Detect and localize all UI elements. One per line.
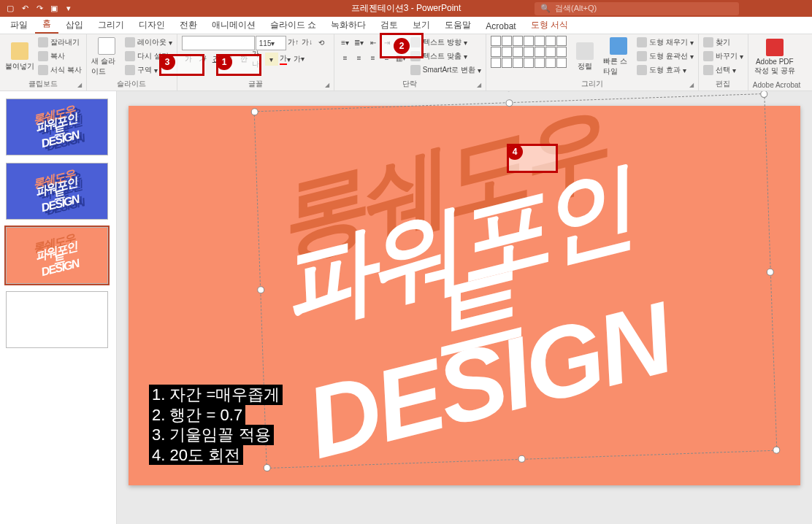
- resize-handle-bl[interactable]: [264, 464, 271, 471]
- format-painter-button[interactable]: 서식 복사: [38, 63, 82, 77]
- increase-font-icon[interactable]: 가↑: [287, 36, 300, 49]
- callout-1: 1: [216, 54, 261, 76]
- copy-button[interactable]: 복사: [38, 50, 82, 63]
- font-group-label: 글꼴: [182, 79, 329, 90]
- numbering-button[interactable]: ≣▾: [353, 36, 366, 49]
- callout-4: 4: [507, 144, 558, 173]
- search-box[interactable]: 🔍 검색(Alt+Q): [535, 2, 739, 15]
- redo-icon[interactable]: ↷: [34, 3, 45, 15]
- undo-icon[interactable]: ↶: [19, 3, 31, 15]
- replace-button[interactable]: 바꾸기▾: [703, 50, 743, 63]
- font-size-select[interactable]: 115▾: [256, 36, 286, 50]
- resize-handle-mr[interactable]: [767, 269, 774, 276]
- tab-view[interactable]: 보기: [405, 16, 437, 34]
- slide-thumb-1[interactable]: 롱쉐도우파워포인트DESIGN: [6, 99, 108, 155]
- drawing-launcher-icon[interactable]: ◢: [689, 82, 697, 89]
- decrease-indent-button[interactable]: ⇤: [367, 36, 380, 49]
- resize-handle-ml[interactable]: [257, 286, 264, 293]
- font-color-button[interactable]: 가▾: [279, 53, 292, 66]
- quick-styles-button[interactable]: 빠른 스타일: [603, 36, 634, 78]
- copy-icon: [38, 51, 48, 61]
- tab-review[interactable]: 검토: [373, 16, 405, 34]
- outline-icon: [637, 51, 647, 61]
- highlight-button[interactable]: ▾: [265, 53, 278, 66]
- slide-thumb-2[interactable]: 롱쉐도우파워포인트DESIGN: [6, 163, 108, 220]
- search-icon: 🔍: [540, 4, 551, 13]
- find-button[interactable]: 찾기: [703, 36, 743, 49]
- tab-design[interactable]: 디자인: [131, 16, 172, 34]
- cut-icon: [38, 37, 48, 47]
- shapes-gallery[interactable]: [491, 36, 567, 68]
- acrobat-group-label: Adobe Acrobat: [753, 81, 801, 90]
- clear-format-icon[interactable]: ⟲: [315, 36, 328, 49]
- slide-thumb-4[interactable]: [6, 291, 108, 348]
- qat-dropdown-icon[interactable]: ▾: [63, 3, 74, 15]
- smartart-icon: [410, 65, 421, 75]
- paste-button[interactable]: 붙여넣기: [4, 36, 35, 78]
- save-icon[interactable]: ▢: [4, 3, 16, 15]
- shape-effects-button[interactable]: 도형 효과▾: [637, 63, 694, 77]
- layout-button[interactable]: 레이아웃▾: [125, 36, 172, 49]
- ribbon-tabs: 파일 홈 삽입 그리기 디자인 전환 애니메이션 슬라이드 쇼 녹화하다 검토 …: [0, 17, 812, 34]
- find-icon: [703, 37, 713, 47]
- paragraph-group-label: 단락: [339, 79, 481, 90]
- align-center-button[interactable]: ≡: [353, 51, 366, 64]
- tab-transitions[interactable]: 전환: [172, 16, 204, 34]
- paste-icon: [11, 42, 28, 60]
- align-left-button[interactable]: ≡: [339, 51, 352, 64]
- decrease-font-icon[interactable]: 가↓: [301, 36, 314, 49]
- tab-file[interactable]: 파일: [3, 16, 35, 34]
- shape-fill-button[interactable]: 도형 채우기▾: [637, 36, 694, 49]
- resize-handle-tm[interactable]: [505, 99, 513, 107]
- quick-access-toolbar: ▢ ↶ ↷ ▣ ▾: [0, 3, 79, 15]
- change-case-button[interactable]: 가▾: [293, 53, 306, 66]
- clipboard-launcher-icon[interactable]: ◢: [77, 82, 85, 89]
- tab-animations[interactable]: 애니메이션: [204, 16, 263, 34]
- resize-handle-tl[interactable]: [251, 108, 258, 115]
- tab-insert[interactable]: 삽입: [58, 16, 91, 34]
- pdf-icon: [766, 39, 784, 56]
- slide[interactable]: 롱쉐도우 파워포인트 DESIGN ⟳ 4 1. 자간 =매우좁게: [129, 106, 800, 485]
- font-launcher-icon[interactable]: ◢: [325, 82, 332, 89]
- new-slide-button[interactable]: 새 슬라이드: [91, 36, 122, 78]
- font-family-select[interactable]: [182, 36, 255, 50]
- select-icon: [703, 65, 713, 75]
- slides-group-label: 슬라이드: [91, 79, 172, 90]
- select-button[interactable]: 선택▾: [703, 63, 743, 77]
- annotation-textbox[interactable]: 1. 자간 =매우좁게 2. 행간 = 0.7 3. 기울임꼴 적용 4. 20…: [149, 385, 283, 465]
- paragraph-launcher-icon[interactable]: ◢: [477, 82, 484, 89]
- work-area: 롱쉐도우파워포인트DESIGN 롱쉐도우파워포인트DESIGN 롱쉐도우파워포인…: [0, 91, 812, 524]
- quick-styles-icon: [610, 37, 627, 55]
- resize-handle-bm[interactable]: [518, 455, 525, 463]
- arrange-icon: [576, 42, 594, 60]
- present-icon[interactable]: ▣: [48, 3, 60, 15]
- arrange-button[interactable]: 정렬: [570, 36, 600, 78]
- resize-handle-tr[interactable]: [760, 91, 767, 98]
- slide-thumb-3[interactable]: 롱쉐도우파워포인트DESIGN: [6, 227, 108, 284]
- group-drawing: 정렬 빠른 스타일 도형 채우기▾ 도형 윤곽선▾ 도형 효과▾ 그리기 ◢: [486, 34, 699, 90]
- shape-outline-button[interactable]: 도형 윤곽선▾: [637, 50, 694, 63]
- tab-shape-format[interactable]: 도형 서식: [524, 16, 575, 34]
- align-right-button[interactable]: ≡: [367, 51, 380, 64]
- tab-help[interactable]: 도움말: [437, 16, 478, 34]
- group-clipboard: 붙여넣기 잘라내기 복사 서식 복사 클립보드 ◢: [0, 34, 87, 90]
- group-editing: 찾기 바꾸기▾ 선택▾ 편집: [699, 34, 748, 90]
- replace-icon: [703, 51, 713, 61]
- tab-slideshow[interactable]: 슬라이드 쇼: [263, 16, 323, 34]
- thumbnail-panel: 롱쉐도우파워포인트DESIGN 롱쉐도우파워포인트DESIGN 롱쉐도우파워포인…: [0, 91, 117, 524]
- tab-acrobat[interactable]: Acrobat: [478, 18, 523, 34]
- bullets-button[interactable]: ≡▾: [339, 36, 352, 49]
- brush-icon: [38, 65, 48, 75]
- resize-handle-br[interactable]: [773, 447, 780, 454]
- cut-button[interactable]: 잘라내기: [38, 36, 82, 49]
- reset-icon: [125, 51, 135, 61]
- group-acrobat: Adobe PDF 작성 및 공유 Adobe Acrobat: [748, 34, 805, 90]
- adobe-pdf-button[interactable]: Adobe PDF 작성 및 공유: [753, 36, 797, 78]
- tab-record[interactable]: 녹화하다: [323, 16, 373, 34]
- drawing-group-label: 그리기: [491, 79, 694, 90]
- search-placeholder: 검색(Alt+Q): [555, 3, 597, 14]
- tab-home[interactable]: 홈: [35, 15, 58, 34]
- smartart-button[interactable]: SmartArt로 변환▾: [410, 63, 481, 77]
- editing-group-label: 편집: [703, 79, 743, 90]
- tab-draw[interactable]: 그리기: [91, 16, 131, 34]
